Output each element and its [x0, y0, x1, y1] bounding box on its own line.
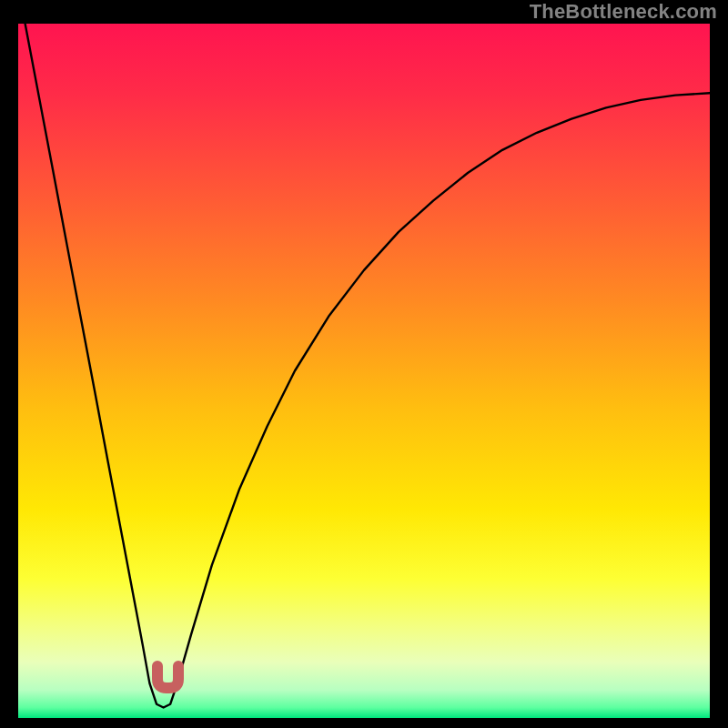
chart-background: [18, 24, 710, 718]
chart-container: TheBottleneck.com: [0, 0, 728, 728]
watermark-text: TheBottleneck.com: [530, 0, 717, 24]
bottleneck-chart: [18, 24, 710, 718]
plot-area: [18, 24, 710, 718]
